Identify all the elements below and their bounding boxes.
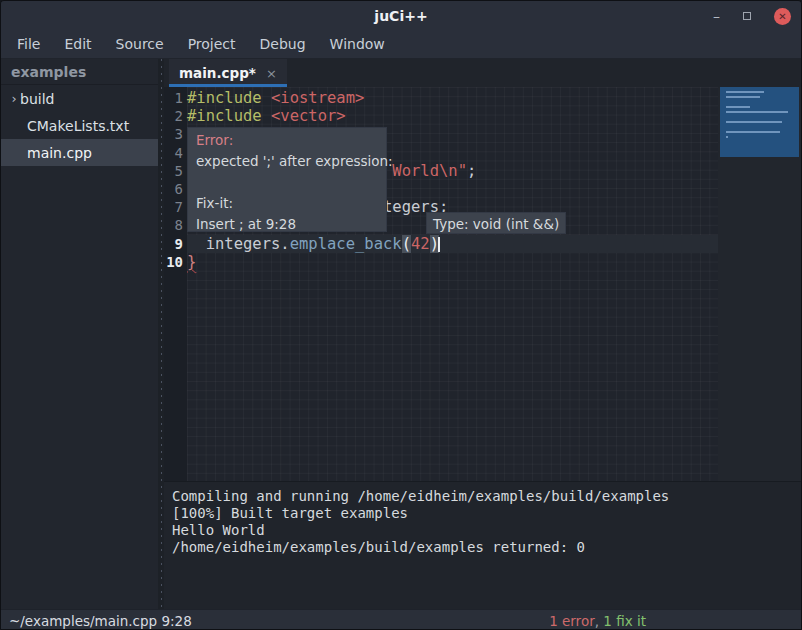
project-name-header: examples [1,59,158,85]
output-line: Hello World [172,522,801,539]
line-number-gutter: 12345678910 [164,87,187,481]
main-area: examples ›buildCMakeLists.txtmain.cpp ma… [1,59,801,609]
line-number: 7 [164,198,187,216]
file-name: main.cpp [27,145,92,161]
minimap-line [726,111,788,113]
code-token: 42 [411,235,430,253]
restore-button[interactable] [743,12,751,20]
close-button[interactable]: ✕ [774,8,791,25]
tab-label: main.cpp* [179,65,256,81]
menu-source[interactable]: Source [104,31,176,58]
code-line: } [187,253,718,271]
status-diagnostics: 1 error, 1 fix it [549,613,646,629]
sidebar-item-build[interactable]: ›build [1,85,158,112]
sidebar-item-main-cpp[interactable]: main.cpp [1,139,158,166]
tab-close-icon[interactable]: × [266,66,277,81]
code-token: #include [187,89,262,107]
output-line: [100%] Built target examples [172,505,801,522]
code-line: #include <vector> [187,107,718,125]
file-tree-sidebar: examples ›buildCMakeLists.txtmain.cpp [1,59,158,609]
status-separator: , [595,613,604,629]
menu-project[interactable]: Project [176,31,248,58]
minimize-button[interactable]: – [713,8,720,24]
line-number: 6 [164,180,187,198]
code-token: <iostream> [271,89,364,107]
minimap-line [726,91,764,93]
tab-main-cpp[interactable]: main.cpp* × [169,59,287,87]
line-number: 10 [164,253,187,271]
minimap-line [726,131,780,133]
code-editor[interactable]: 12345678910 #include <iostream>#include … [164,87,801,481]
minimap-viewport[interactable] [720,87,799,157]
fixit-tooltip-title: Fix-it: [196,193,378,214]
file-name: build [20,91,54,107]
output-line: /home/eidheim/examples/build/examples re… [172,539,801,556]
code-token: ; [467,162,476,180]
line-number: 8 [164,216,187,234]
window-title: juCi++ [374,8,427,24]
error-tooltip-message: expected ';' after expression: [196,151,378,172]
app-window: juCi++ – ✕ FileEditSourceProjectDebugWin… [0,0,802,630]
status-file-position: ~/examples/main.cpp 9:28 [9,613,192,629]
code-token: #include [187,107,262,125]
line-number: 1 [164,89,187,107]
minimap-line [726,96,760,98]
editor-column: main.cpp* × 12345678910 #include <iostre… [164,59,801,609]
code-token [262,107,271,125]
minimap-line [726,121,782,123]
menu-debug[interactable]: Debug [248,31,318,58]
window-controls: – ✕ [713,1,791,31]
menu-edit[interactable]: Edit [52,31,103,58]
chevron-right-icon[interactable]: › [1,91,20,106]
current-code-line: integers.emplace_back(42) [187,235,718,253]
code-token: } [187,253,196,271]
line-number: 5 [164,162,187,180]
line-number: 4 [164,144,187,162]
code-token: emplace_back [290,235,402,253]
minimap-line [726,136,728,138]
line-number: 9 [164,235,187,253]
status-bar: ~/examples/main.cpp 9:28 1 error, 1 fix … [1,609,801,630]
error-tooltip: Error: expected ';' after expression: Fi… [187,127,387,232]
code-token [262,89,271,107]
code-token: ( [402,235,411,253]
minimap-line [726,106,750,108]
code-line: #include <iostream> [187,89,718,107]
menu-window[interactable]: Window [318,31,397,58]
file-tree: ›buildCMakeLists.txtmain.cpp [1,85,158,166]
line-number: 2 [164,107,187,125]
status-fixit-count[interactable]: 1 fix it [603,613,646,629]
error-tooltip-title: Error: [196,130,378,151]
restore-icon [743,12,751,20]
titlebar[interactable]: juCi++ – ✕ [1,1,801,31]
status-error-count[interactable]: 1 error [549,613,595,629]
error-tooltip-spacer [196,172,378,193]
sidebar-item-cmakelists-txt[interactable]: CMakeLists.txt [1,112,158,139]
fixit-tooltip-text: Insert ; at 9:28 [196,214,378,235]
minimap[interactable] [718,87,801,481]
code-token: <vector> [271,107,346,125]
menu-file[interactable]: File [5,31,52,58]
text-cursor [438,237,440,252]
output-line: Compiling and running /home/eidheim/exam… [172,488,801,505]
code-token: integers. [187,235,290,253]
type-tooltip: Type: void (int &&) [426,212,566,234]
menubar: FileEditSourceProjectDebugWindow [1,31,801,59]
line-number: 3 [164,125,187,143]
tab-bar: main.cpp* × [164,59,801,87]
output-panel[interactable]: Compiling and running /home/eidheim/exam… [164,481,801,609]
file-name: CMakeLists.txt [27,118,129,134]
